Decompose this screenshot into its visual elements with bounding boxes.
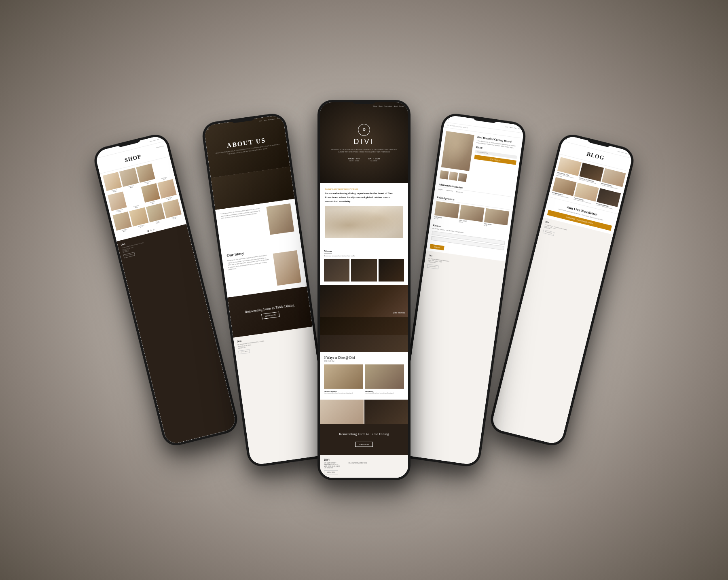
phone-divi-home: Home Menu Reservations About Contact D D… — [317, 100, 411, 480]
product-image — [129, 207, 148, 226]
list-item[interactable]: JAR SET $15.99 — [146, 203, 166, 225]
blog-nav-menu[interactable]: Menu — [621, 152, 624, 153]
shop-nav-res[interactable]: Res — [157, 139, 159, 140]
about-footer-cta[interactable]: MAKE A TABLE — [238, 349, 250, 354]
phone-divi-screen: Home Menu Reservations About Contact D D… — [320, 102, 408, 478]
divi-phone-notch — [352, 100, 376, 104]
divi-hero-subtitle: BRINGING TO WORLD BOLD PLATES OF GLOBALL… — [320, 148, 408, 154]
related-item-2[interactable]: ITEM NAME $15.99 — [459, 205, 485, 226]
about-nav-menu[interactable]: Menu — [263, 119, 267, 122]
divi-way-1: PRIVATE DINING Lorem ipsum dolor sit ame… — [324, 364, 363, 394]
shop-nav-home[interactable]: Home — [150, 140, 152, 142]
page-dot-3[interactable] — [153, 229, 155, 231]
divi-nav-home[interactable]: Home — [373, 106, 377, 107]
shop-nav-menu[interactable]: Menu — [153, 139, 156, 141]
blog-nav-res[interactable]: Res — [625, 152, 627, 154]
related-item-1[interactable]: ITEM NAME $12.99 — [434, 201, 460, 223]
product-nav-home[interactable]: Home — [505, 126, 508, 128]
divi-hero-nav: Home Menu Reservations About Contact — [373, 106, 404, 107]
product-nav-res[interactable]: Res — [514, 127, 516, 129]
divi-hero-section: Home Menu Reservations About Contact D D… — [320, 102, 408, 183]
related-item-3[interactable]: ITEM NAME $9.99 — [483, 208, 509, 230]
product-footer-cta[interactable]: MAKE A TABLE — [427, 264, 439, 269]
about-hero-text: ABOUT US DRIVING THE EXPERIENCE, BUT ENC… — [206, 134, 288, 158]
product-image — [108, 192, 127, 211]
divi-farm-button[interactable]: LEARN MORE — [355, 442, 373, 447]
blog-post-6[interactable]: SOURDOUGH BREAD Lorem ipsum dolor sit am… — [596, 188, 621, 211]
list-item[interactable]: BREAKFAST $12.99 — [103, 172, 123, 194]
divi-footer-col-1: 123 MAIN STREET SAN FRANCISCO, CA MON - … — [324, 462, 340, 469]
divi-farm-section: Reinventing Farm to Table Dining LEARN M… — [320, 424, 408, 455]
divi-nav-res[interactable]: Reservations — [384, 106, 392, 107]
divi-logo-circle: D — [358, 124, 370, 136]
divi-menus-sub: Browse our menus and see what we have to… — [324, 255, 404, 257]
blog-footer-cta[interactable]: MAKE A TABLE — [543, 229, 554, 235]
divi-footer: DIVI 123 MAIN STREET SAN FRANCISCO, CA M… — [320, 455, 408, 478]
divi-brand-name: DIVI — [353, 138, 374, 146]
divi-3ways-section: 3 Ways to Dine @ Divi DINE IN AT DIVI PR… — [320, 352, 408, 400]
blog-nav-home[interactable]: Home — [618, 151, 620, 153]
divi-menu-item-2[interactable] — [351, 259, 377, 282]
blog-post-3[interactable]: HARVEST SEASON Lorem ipsum dolor sit ame… — [600, 168, 626, 192]
about-nav-about[interactable]: About — [277, 117, 280, 120]
divi-award-image — [325, 206, 403, 238]
divi-nav-menu[interactable]: Menu — [379, 106, 383, 107]
product-thumb-2[interactable] — [449, 171, 458, 181]
product-image — [112, 211, 132, 231]
blog-post-4[interactable]: FARMERS MARKET Lorem ipsum dolor sit ame… — [551, 177, 577, 200]
related-img-2 — [459, 205, 484, 222]
divi-logo-letter: D — [362, 127, 365, 132]
blog-post-2[interactable]: RECIPE: SLOW ROASTED Lorem ipsum dolor s… — [578, 163, 603, 186]
divi-menus-row — [324, 259, 404, 282]
divi-award-section: AN AWARD-WINNING DINING EXPERIENCE An aw… — [320, 183, 408, 243]
list-item[interactable]: GLASS SET $18.99 — [124, 187, 144, 210]
divi-menu-item-3[interactable] — [379, 259, 404, 282]
shop-nav-about[interactable]: About — [160, 138, 163, 139]
list-item[interactable]: BREAKFAST $10.99 — [152, 159, 173, 182]
list-item[interactable]: CUTTING BD $28.00 — [157, 179, 178, 201]
list-item[interactable]: OIL BOTTLE $11.99 — [112, 211, 133, 233]
page-dot-2[interactable] — [150, 229, 152, 231]
about-nav-logo: ⊙ — [207, 127, 209, 130]
product-submit-review-button[interactable]: SUBMIT — [430, 244, 444, 251]
divi-menu-item-1[interactable] — [324, 259, 349, 282]
divi-3ways-sub: DINE IN AT DIVI — [324, 360, 404, 362]
about-story-text: Paragraph 1 - We are a story, happy to b… — [227, 254, 274, 292]
product-image — [146, 203, 165, 222]
shop-footer-cta[interactable]: MAKE A TABLE — [123, 252, 135, 258]
about-nav-res[interactable]: Reservations — [268, 118, 275, 121]
divi-stat-2: SAT - SUN CLOSED — [368, 157, 380, 162]
divi-hero-stats: MON - FRI 11:00 - 22:00 SAT - SUN CLOSED — [348, 157, 380, 162]
product-thumb-3[interactable] — [458, 173, 467, 182]
list-item[interactable]: BREAD LOAF $6.99 — [136, 163, 156, 186]
divi-dark-section-2 — [320, 335, 408, 352]
list-item[interactable]: SPICE SET $9.99 — [141, 183, 161, 205]
about-intro-text: Lorem ipsum dolor sit amet, consectetur … — [220, 207, 264, 220]
divi-footer-cta[interactable]: MAKE A TABLE — [324, 470, 338, 474]
product-nav-shop[interactable]: Shop — [518, 128, 521, 130]
product-image — [152, 159, 172, 179]
divi-nav-about[interactable]: About — [394, 106, 398, 107]
list-item[interactable]: FULL LOAF $8.99 — [119, 168, 140, 190]
page-dot-1[interactable] — [147, 230, 149, 232]
divi-footer-brand: DIVI — [324, 458, 404, 461]
list-item[interactable]: HERB MIX $7.99 — [162, 199, 182, 221]
blog-post-5[interactable]: PASTA PERFECT Lorem ipsum dolor sit amet… — [574, 182, 599, 205]
product-thumb-1[interactable] — [440, 170, 449, 180]
product-nav-menu[interactable]: Menu — [510, 127, 513, 129]
list-item[interactable]: BREAD ROLL $5.99 — [129, 207, 149, 229]
about-nav-home[interactable]: Home — [259, 120, 262, 123]
divi-nav-contact[interactable]: Contact — [399, 106, 404, 107]
product-nav-logo: ⊙ — [448, 117, 450, 120]
scene: ⊙ Home Menu Res About Default sorting SH… — [20, 27, 708, 553]
divi-footer-col-2: HELLO@RESTAURANT.COM — [348, 462, 367, 469]
list-item[interactable]: COFFEE MUG $14.99 — [108, 192, 128, 214]
blog-post-1[interactable]: SAMPLE POST TITLE Lorem ipsum dolor sit … — [556, 157, 582, 181]
divi-dine-label: Dine With Us — [393, 311, 405, 314]
about-nav-links: Home Menu Reservations About — [259, 117, 280, 123]
divi-way-2-image — [365, 364, 404, 389]
divi-screen: Home Menu Reservations About Contact D D… — [320, 102, 408, 478]
divi-way-1-text: Lorem ipsum dolor sit amet consectetur a… — [324, 392, 363, 394]
blog-nav-about[interactable]: About — [628, 153, 631, 155]
divi-way-2: TAKEAWAY Lorem ipsum dolor sit amet cons… — [365, 364, 404, 394]
